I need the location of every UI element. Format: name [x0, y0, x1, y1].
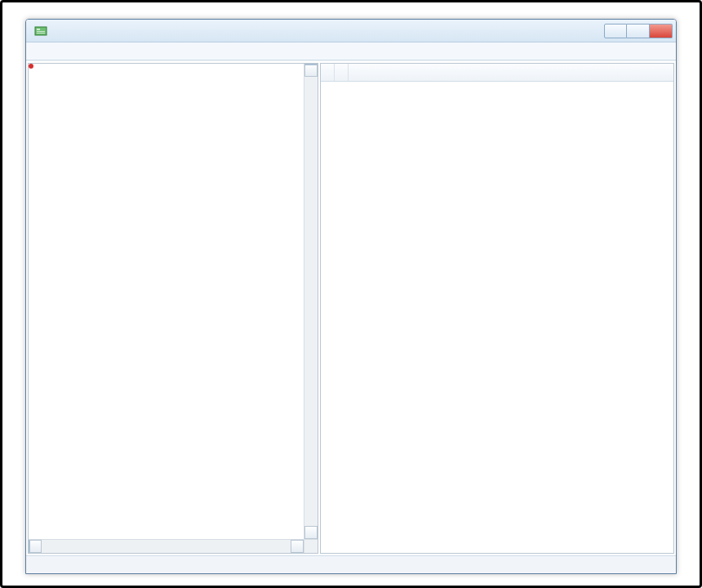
svg-rect-1 — [37, 29, 40, 30]
menu-file[interactable] — [29, 50, 42, 53]
menubar — [26, 42, 676, 60]
menu-help[interactable] — [88, 50, 101, 53]
statusbar — [26, 555, 676, 573]
tree-horizontal-scrollbar[interactable] — [29, 539, 304, 553]
registry-editor-window — [25, 19, 677, 574]
scroll-right-button[interactable] — [291, 540, 304, 553]
maximize-button[interactable] — [627, 24, 650, 38]
column-header-value[interactable] — [349, 64, 362, 81]
tree-view[interactable] — [29, 64, 304, 539]
scroll-up-button[interactable] — [304, 64, 318, 77]
column-header-name[interactable] — [321, 64, 335, 81]
scroll-left-button[interactable] — [29, 540, 42, 553]
menu-edit[interactable] — [44, 50, 57, 53]
close-button[interactable] — [650, 24, 673, 38]
scroll-corner — [304, 539, 318, 553]
list-body[interactable] — [321, 82, 673, 553]
tree-vertical-scrollbar[interactable] — [304, 64, 318, 539]
workarea — [26, 60, 676, 555]
app-icon — [34, 24, 47, 38]
column-header-type[interactable] — [335, 64, 349, 81]
list-header — [321, 64, 673, 82]
svg-rect-3 — [37, 33, 45, 33]
menu-view[interactable] — [59, 50, 72, 53]
menu-favorites[interactable] — [73, 50, 87, 53]
titlebar[interactable] — [26, 20, 676, 42]
minimize-button[interactable] — [604, 24, 627, 38]
scroll-down-button[interactable] — [304, 526, 318, 539]
scroll-thumb[interactable] — [29, 540, 30, 553]
tree-pane — [28, 63, 318, 554]
svg-rect-2 — [37, 31, 45, 32]
scroll-thumb[interactable] — [304, 64, 318, 65]
list-pane — [320, 63, 674, 554]
